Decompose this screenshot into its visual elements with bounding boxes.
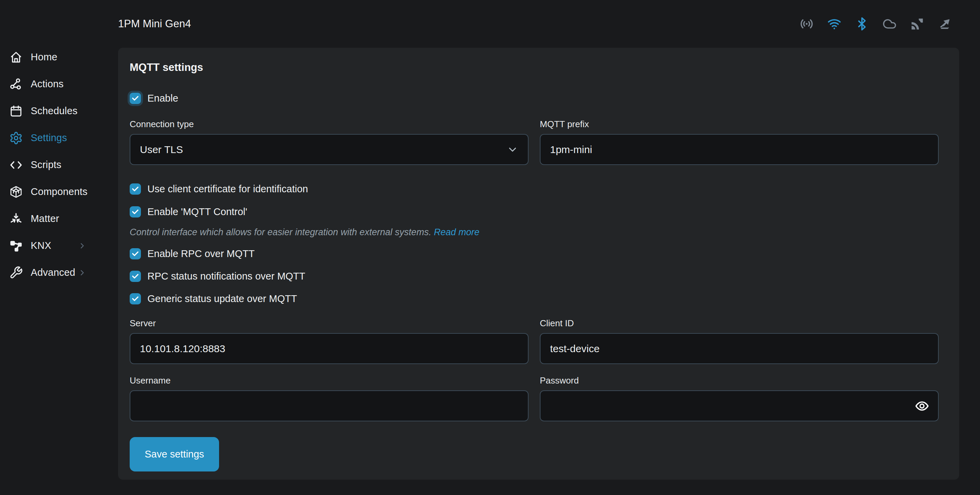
sidebar-item-label: Schedules [31, 105, 78, 117]
select-value: User TLS [140, 144, 183, 155]
checkbox-label: Enable [147, 93, 178, 104]
checkbox-box[interactable] [130, 271, 141, 282]
sidebar-item-advanced[interactable]: Advanced [0, 259, 118, 286]
calendar-icon [9, 104, 23, 118]
cube-icon [9, 185, 23, 199]
sidebar-item-settings[interactable]: Settings [0, 124, 118, 151]
sidebar-item-actions[interactable]: Actions [0, 71, 118, 97]
username-input[interactable] [130, 390, 528, 421]
sidebar-item-scripts[interactable]: Scripts [0, 151, 118, 178]
checkbox-box[interactable] [130, 183, 141, 195]
eye-icon[interactable] [914, 398, 930, 414]
sidebar-item-label: Actions [31, 78, 64, 90]
sidebar-item-knx[interactable]: KNX [0, 232, 118, 259]
sidebar-item-label: Advanced [31, 267, 75, 278]
checkbox-box[interactable] [130, 93, 141, 104]
rpc-status-notifications-checkbox[interactable]: RPC status notifications over MQTT [130, 271, 305, 282]
connection-row: Connection type User TLS MQTT prefix [130, 119, 939, 165]
page-title: 1PM Mini Gen4 [118, 18, 191, 30]
bluetooth-icon [854, 16, 870, 32]
outbound-websocket-disabled-icon [937, 16, 953, 32]
sidebar-item-matter[interactable]: Matter [0, 205, 118, 232]
generic-status-update-checkbox[interactable]: Generic status update over MQTT [130, 293, 297, 305]
mqtt-control-hint: Control interface which allows for easie… [130, 227, 939, 238]
credentials-row: Username Password [130, 375, 939, 421]
gear-icon [9, 131, 23, 145]
checkbox-label: RPC status notifications over MQTT [147, 271, 305, 282]
checkbox-label: Generic status update over MQTT [147, 293, 297, 305]
client-cert-checkbox[interactable]: Use client certificate for identificatio… [130, 183, 308, 195]
sidebar-item-components[interactable]: Components [0, 178, 118, 205]
checkbox-box[interactable] [130, 206, 141, 217]
home-icon [9, 50, 23, 64]
field-label: Username [130, 375, 528, 386]
matter-icon [9, 212, 23, 226]
mqtt-settings-panel: MQTT settings Enable Connection type Use… [118, 48, 959, 480]
actions-icon [9, 77, 23, 91]
server-row: Server Client ID [130, 318, 939, 364]
sidebar-item-label: Components [31, 186, 88, 197]
connection-type-select[interactable]: User TLS [130, 134, 528, 165]
field-label: Connection type [130, 119, 528, 130]
sidebar-item-label: Settings [31, 132, 67, 144]
knx-icon [9, 239, 23, 253]
access-point-icon [799, 16, 815, 32]
app-root: Home Actions Schedules Settings Scripts … [0, 0, 980, 495]
server-field: Server [130, 318, 528, 364]
chevron-down-icon [507, 144, 518, 155]
client-id-input[interactable] [540, 333, 939, 364]
sidebar-item-schedules[interactable]: Schedules [0, 97, 118, 124]
enable-checkbox[interactable]: Enable [130, 93, 178, 104]
checkbox-label: Enable 'MQTT Control' [147, 206, 247, 217]
code-icon [9, 158, 23, 172]
status-icons [799, 16, 953, 32]
server-input[interactable] [130, 333, 528, 364]
password-input[interactable] [540, 390, 939, 421]
checkbox-box[interactable] [130, 293, 141, 305]
wifi-icon [826, 16, 842, 32]
chevron-right-icon [78, 268, 87, 277]
topbar: 1PM Mini Gen4 [118, 0, 980, 48]
mqtt-icon [909, 16, 925, 32]
sidebar-item-label: KNX [31, 240, 51, 251]
mqtt-prefix-field: MQTT prefix [540, 119, 939, 165]
hint-text: Control interface which allows for easie… [130, 227, 431, 237]
cloud-icon [882, 16, 897, 32]
sidebar-item-label: Matter [31, 213, 59, 224]
mqtt-control-checkbox[interactable]: Enable 'MQTT Control' [130, 206, 247, 217]
sidebar-item-label: Home [31, 51, 57, 63]
main-area: 1PM Mini Gen4 MQTT settings Enable Conne… [118, 0, 980, 495]
save-settings-button[interactable]: Save settings [130, 437, 219, 471]
password-field: Password [540, 375, 939, 421]
field-label: Server [130, 318, 528, 328]
sidebar-item-home[interactable]: Home [0, 44, 118, 71]
wrench-icon [9, 266, 23, 280]
read-more-link[interactable]: Read more [434, 227, 479, 237]
panel-title: MQTT settings [130, 61, 939, 74]
checkbox-box[interactable] [130, 248, 141, 259]
rpc-over-mqtt-checkbox[interactable]: Enable RPC over MQTT [130, 248, 255, 259]
chevron-right-icon [78, 241, 87, 250]
sidebar: Home Actions Schedules Settings Scripts … [0, 0, 118, 495]
sidebar-item-label: Scripts [31, 159, 61, 170]
field-label: Password [540, 375, 939, 386]
checkbox-label: Enable RPC over MQTT [147, 248, 255, 259]
client-id-field: Client ID [540, 318, 939, 364]
field-label: Client ID [540, 318, 939, 328]
mqtt-prefix-input[interactable] [540, 134, 939, 165]
checkbox-label: Use client certificate for identificatio… [147, 183, 308, 195]
field-label: MQTT prefix [540, 119, 939, 130]
username-field: Username [130, 375, 528, 421]
connection-type-field: Connection type User TLS [130, 119, 528, 165]
